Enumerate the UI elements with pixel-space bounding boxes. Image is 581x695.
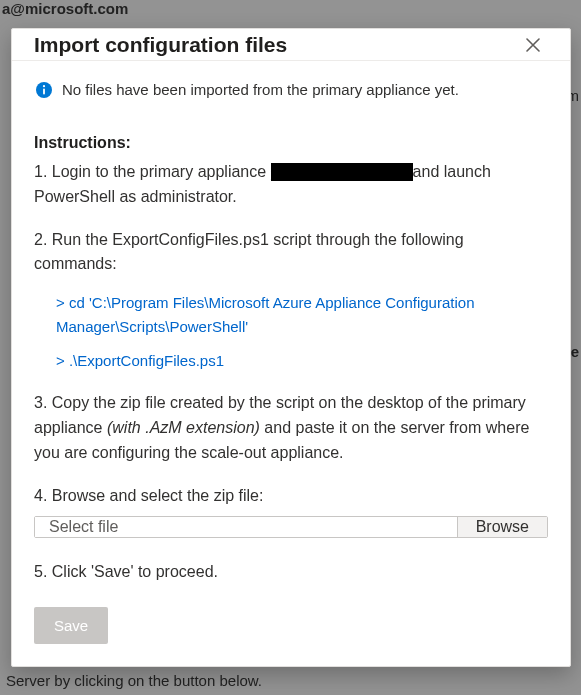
dialog-header: Import configuration files [12,29,570,61]
bg-email: a@microsoft.com [2,0,128,17]
close-button[interactable] [518,30,548,60]
step-4: 4. Browse and select the zip file: [34,484,548,509]
bg-bottom: Server by clicking on the button below. [6,672,262,689]
command-run-script: > .\ExportConfigFiles.ps1 [56,349,548,373]
save-button[interactable]: Save [34,607,108,644]
command-cd: > cd 'C:\Program Files\Microsoft Azure A… [56,291,548,339]
step-2: 2. Run the ExportConfigFiles.ps1 script … [34,228,548,278]
file-picker-row: Browse [34,516,548,538]
file-input[interactable] [35,517,457,537]
step-3: 3. Copy the zip file created by the scri… [34,391,548,465]
redacted-appliance-name: xxxxxxxxxxxxx [271,163,413,181]
step-1: 1. Login to the primary appliance xxxxxx… [34,160,548,210]
step-1-text-a: 1. Login to the primary appliance [34,163,271,180]
svg-rect-1 [43,88,45,94]
step-3-text-b: (with .AzM extension) [107,419,260,436]
info-bar: No files have been imported from the pri… [34,61,548,116]
step-5: 5. Click 'Save' to proceed. [34,560,548,585]
import-config-dialog: Import configuration files No files have… [11,28,571,667]
svg-point-2 [43,85,45,87]
close-icon [526,38,540,52]
instructions-heading: Instructions: [34,134,548,152]
info-icon [36,82,52,98]
info-text: No files have been imported from the pri… [62,81,459,98]
dialog-title: Import configuration files [34,33,287,57]
browse-button[interactable]: Browse [457,517,547,537]
